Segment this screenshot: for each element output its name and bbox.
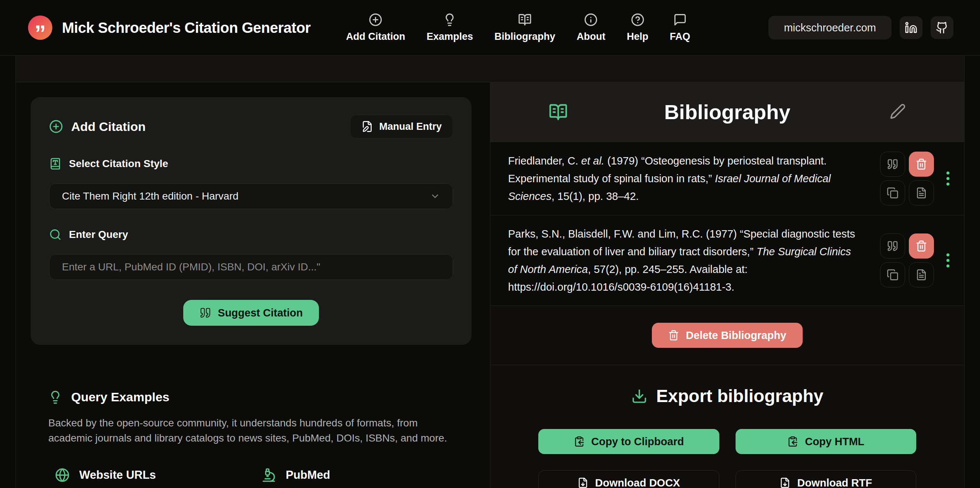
globe-icon bbox=[55, 468, 70, 482]
citation-generator-app: ” Mick Schroeder's Citation Generator Ad… bbox=[0, 0, 980, 488]
enter-query-label: Enter Query bbox=[69, 229, 128, 241]
nav-item-help[interactable]: Help bbox=[627, 13, 649, 42]
linkedin-icon bbox=[905, 21, 917, 34]
copy-html-button[interactable]: Copy HTML bbox=[735, 429, 916, 454]
citation-source-button[interactable] bbox=[909, 262, 934, 287]
nav-item-about[interactable]: About bbox=[577, 13, 605, 42]
site-link-button[interactable]: mickschroeder.com bbox=[768, 16, 891, 40]
book-open-icon bbox=[549, 102, 568, 122]
nav-item-label: About bbox=[577, 31, 605, 42]
clipboard-copy-icon bbox=[787, 436, 798, 447]
pencil-icon bbox=[890, 103, 906, 120]
navbar: ” Mick Schroeder's Citation Generator Ad… bbox=[0, 0, 980, 56]
main-content: Add Citation Manual Entry Select Citatio… bbox=[16, 82, 964, 488]
nav-item-label: Help bbox=[627, 31, 649, 42]
content-top-strip bbox=[16, 56, 964, 82]
cite-quote-button[interactable] bbox=[880, 233, 905, 258]
chevron-down-icon bbox=[430, 191, 440, 201]
file-text-icon bbox=[915, 187, 927, 199]
nav-item-add-citation[interactable]: Add Citation bbox=[346, 13, 405, 42]
github-icon bbox=[936, 21, 948, 34]
quote-icon bbox=[887, 240, 899, 252]
search-icon bbox=[49, 228, 62, 241]
delete-citation-button[interactable] bbox=[909, 152, 934, 177]
query-examples-description: Backed by the open-source community, it … bbox=[48, 415, 461, 446]
bibliography-panel: Bibliography Friedlander, C. et al. (197… bbox=[490, 82, 964, 488]
info-circle-icon bbox=[584, 13, 598, 27]
bibliography-header: Bibliography bbox=[490, 82, 964, 142]
nav-item-examples[interactable]: Examples bbox=[426, 13, 473, 42]
query-examples-heading: Query Examples bbox=[71, 390, 169, 404]
download-icon bbox=[631, 388, 648, 404]
copy-citation-button[interactable] bbox=[880, 262, 905, 287]
manual-entry-label: Manual Entry bbox=[379, 121, 442, 132]
export-button-label: Copy to Clipboard bbox=[592, 435, 684, 448]
example-website-urls: Website URLs Enter a website address (UR… bbox=[55, 468, 261, 488]
nav-item-label: FAQ bbox=[670, 31, 690, 42]
example-pubmed: PubMed Enter a PMID (PubMed ID) or URL: bbox=[261, 468, 468, 488]
delete-citation-button[interactable] bbox=[909, 233, 934, 258]
export-heading: Export bibliography bbox=[656, 386, 823, 406]
citation-style-label: Select Citation Style bbox=[69, 158, 168, 170]
delete-bibliography-section: Delete Bibliography bbox=[490, 306, 964, 365]
book-type-icon bbox=[49, 158, 62, 170]
trash-icon bbox=[915, 240, 927, 252]
download-rtf-button[interactable]: Download RTF bbox=[735, 470, 916, 488]
file-down-icon bbox=[780, 477, 791, 488]
citation-style-value: Cite Them Right 12th edition - Harvard bbox=[62, 190, 239, 202]
suggest-citation-label: Suggest Citation bbox=[218, 307, 303, 319]
citation-actions bbox=[880, 152, 934, 206]
citation-text: Parks, S.N., Blaisdell, F.W. and Lim, R.… bbox=[508, 225, 880, 296]
microscope-icon bbox=[261, 468, 276, 482]
citation-style-select[interactable]: Cite Them Right 12th edition - Harvard bbox=[49, 183, 453, 209]
nav-item-label: Add Citation bbox=[346, 31, 405, 42]
message-square-icon bbox=[673, 13, 687, 27]
app-title: Mick Schroeder's Citation Generator bbox=[62, 19, 310, 36]
copy-citation-button[interactable] bbox=[880, 180, 905, 206]
trash-icon bbox=[915, 158, 927, 170]
nav-item-label: Examples bbox=[426, 31, 473, 42]
suggest-citation-button[interactable]: Suggest Citation bbox=[183, 300, 319, 326]
clipboard-copy-icon bbox=[574, 436, 585, 447]
manual-entry-button[interactable]: Manual Entry bbox=[350, 115, 453, 138]
plus-circle-icon bbox=[49, 120, 63, 134]
copy-icon bbox=[887, 187, 899, 199]
citation-text: Friedlander, C. et al. (1979) “Osteogene… bbox=[508, 152, 880, 205]
file-text-icon bbox=[915, 269, 927, 281]
citation-drag-handle[interactable] bbox=[944, 169, 951, 188]
copy-icon bbox=[887, 269, 899, 281]
linkedin-button[interactable] bbox=[900, 16, 923, 39]
edit-bibliography-button[interactable] bbox=[890, 103, 906, 121]
query-input[interactable] bbox=[49, 254, 453, 280]
cite-quote-button[interactable] bbox=[880, 152, 905, 177]
add-citation-panel: Add Citation Manual Entry Select Citatio… bbox=[16, 82, 490, 488]
export-button-label: Download DOCX bbox=[595, 477, 680, 488]
nav-item-faq[interactable]: FAQ bbox=[670, 13, 690, 42]
book-open-icon bbox=[518, 13, 532, 27]
example-title: PubMed bbox=[286, 469, 330, 482]
github-button[interactable] bbox=[931, 16, 953, 39]
example-title: Website URLs bbox=[79, 469, 156, 482]
copy-to-clipboard-button[interactable]: Copy to Clipboard bbox=[538, 429, 719, 454]
citation-drag-handle[interactable] bbox=[944, 251, 951, 270]
delete-bibliography-label: Delete Bibliography bbox=[686, 329, 786, 341]
app-logo-icon: ” bbox=[28, 16, 52, 40]
query-examples-section: Query Examples Backed by the open-source… bbox=[16, 360, 490, 488]
quote-icon bbox=[199, 307, 211, 319]
citation-actions bbox=[880, 233, 934, 287]
citation-row: Parks, S.N., Blaisdell, F.W. and Lim, R.… bbox=[490, 215, 964, 306]
add-citation-card: Add Citation Manual Entry Select Citatio… bbox=[30, 97, 472, 345]
citation-row: Friedlander, C. et al. (1979) “Osteogene… bbox=[490, 142, 964, 215]
nav-item-bibliography[interactable]: Bibliography bbox=[495, 13, 555, 42]
quote-icon bbox=[887, 158, 899, 170]
export-button-label: Download RTF bbox=[797, 477, 872, 488]
lightbulb-icon bbox=[48, 390, 62, 404]
file-down-icon bbox=[578, 477, 589, 488]
primary-nav: Add Citation Examples Bibliography About… bbox=[346, 13, 690, 42]
brand-home-link[interactable]: ” Mick Schroeder's Citation Generator bbox=[28, 16, 310, 40]
citation-source-button[interactable] bbox=[909, 180, 934, 206]
delete-bibliography-button[interactable]: Delete Bibliography bbox=[652, 323, 802, 348]
nav-item-label: Bibliography bbox=[495, 31, 555, 42]
trash-icon bbox=[668, 330, 679, 341]
download-docx-button[interactable]: Download DOCX bbox=[538, 470, 719, 488]
